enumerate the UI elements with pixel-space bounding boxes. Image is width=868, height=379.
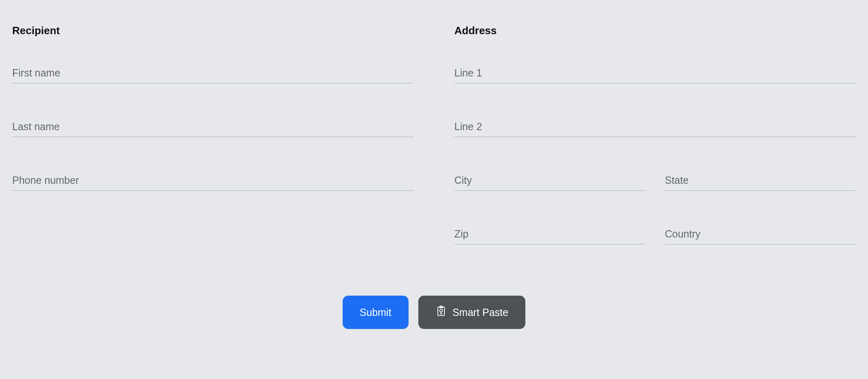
country-field-wrapper [665,226,856,244]
form-container: Recipient Address [12,24,856,279]
smart-paste-button[interactable]: Smart Paste [418,296,526,329]
country-input[interactable] [665,226,856,244]
button-row: Submit Smart Paste [12,296,856,329]
address-section: Address [455,24,856,279]
last-name-input[interactable] [12,118,414,137]
submit-button[interactable]: Submit [343,296,409,329]
state-field-wrapper [665,172,856,191]
phone-input[interactable] [12,172,414,191]
line2-field-wrapper [455,118,856,137]
city-state-row [455,172,856,226]
phone-field-wrapper [12,172,414,191]
svg-point-2 [439,309,442,312]
recipient-title: Recipient [12,24,414,37]
zip-field-wrapper [455,226,645,244]
submit-button-label: Submit [360,307,391,318]
first-name-input[interactable] [12,65,414,83]
state-input[interactable] [665,172,856,191]
recipient-section: Recipient [12,24,414,279]
last-name-field-wrapper [12,118,414,137]
city-input[interactable] [455,172,645,191]
clipboard-lightbulb-icon [435,305,447,319]
line1-input[interactable] [455,65,856,83]
zip-input[interactable] [455,226,645,244]
smart-paste-button-label: Smart Paste [453,307,509,318]
first-name-field-wrapper [12,65,414,83]
address-title: Address [455,24,856,37]
city-field-wrapper [455,172,645,191]
zip-country-row [455,226,856,279]
line1-field-wrapper [455,65,856,83]
line2-input[interactable] [455,118,856,137]
